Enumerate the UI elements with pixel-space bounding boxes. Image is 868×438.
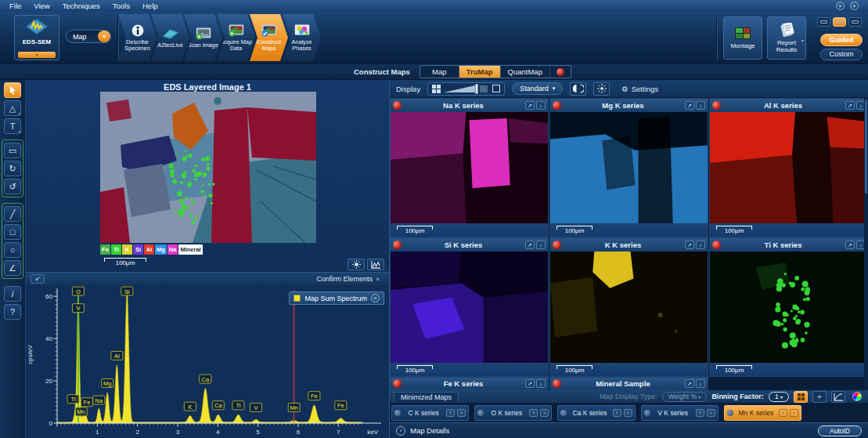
spectrum-export-button[interactable]: ↙ (31, 274, 45, 284)
map-image[interactable] (550, 252, 708, 363)
minimized-map-c-k-series[interactable]: C K series ↑ ▫ (391, 405, 469, 421)
ellipse-measure-tool-button[interactable]: ○ (4, 242, 21, 258)
grid-view-button[interactable] (432, 85, 441, 93)
guided-mode-button[interactable]: Guided (820, 34, 863, 46)
slider-thumb[interactable] (475, 84, 478, 94)
info-button[interactable]: i (4, 286, 21, 302)
step-describe-specimen[interactable]: Describe Specimen (118, 14, 157, 61)
divide-maps-button[interactable]: ÷ (812, 391, 827, 403)
map-image[interactable] (710, 112, 868, 223)
legend-chip-al[interactable]: Al (144, 244, 154, 255)
minimized-map-ca-k-series[interactable]: Ca K series ↑ ▫ (557, 405, 635, 421)
map-image[interactable] (391, 252, 548, 363)
brightness-slider[interactable] (444, 84, 489, 94)
help-button[interactable]: ? (4, 304, 21, 320)
legend-chip-na[interactable]: Na (167, 244, 178, 255)
line-measure-tool-button[interactable]: ╱ (4, 206, 21, 222)
binning-factor-dropdown[interactable]: 1 ▾ (769, 392, 789, 402)
restore-map-button[interactable]: ↑ (696, 409, 704, 417)
minimized-map-mn-k-series[interactable]: Mn K series ↑ ▫ (724, 405, 801, 421)
legend-close-button[interactable]: × (371, 294, 380, 302)
map-options-button[interactable]: ▫ (540, 409, 549, 417)
window-control-button-2[interactable]: • (850, 2, 859, 10)
map-maximize-button[interactable]: ↗ (525, 241, 535, 249)
map-details-label[interactable]: Map Details (410, 426, 449, 435)
restore-map-button[interactable]: ↑ (779, 409, 787, 417)
map-minimize-button[interactable]: ↓ (696, 101, 705, 110)
confirm-elements-link[interactable]: Confirm Elements » (312, 274, 384, 284)
restore-map-button[interactable]: ↑ (446, 409, 455, 417)
display-mode-dropdown[interactable]: Standard ▾ (512, 82, 563, 95)
map-maximize-button[interactable]: ↗ (685, 241, 694, 249)
window-control-button-1[interactable]: • (836, 2, 845, 10)
map-minimize-button[interactable]: ↓ (536, 101, 546, 110)
restore-map-button[interactable]: ↑ (529, 409, 538, 417)
legend-chip-ti[interactable]: Ti (111, 244, 121, 255)
sum-spectrum-button[interactable] (794, 391, 808, 403)
map-maximize-button[interactable]: ↗ (525, 379, 535, 388)
montage-button[interactable]: Montage (723, 16, 762, 60)
map-options-button[interactable]: ▫ (624, 409, 632, 417)
step-analyze-phases[interactable]: Analyze Phases (283, 14, 321, 61)
menu-help[interactable]: Help (136, 2, 164, 10)
step-acquire-map-data[interactable]: Acquire Map Data (217, 14, 255, 61)
map-image[interactable] (550, 112, 708, 223)
brightness-contrast-button[interactable] (348, 259, 365, 270)
show-spectrum-button[interactable] (367, 259, 384, 270)
legend-chip-mg[interactable]: Mg (155, 244, 167, 255)
scrollbar-thumb[interactable] (865, 100, 867, 194)
map-display-type-dropdown[interactable]: Weight % ▾ (662, 392, 708, 402)
square-icon[interactable] (492, 85, 500, 92)
tab-map[interactable]: Map (420, 66, 459, 78)
color-wheel-button[interactable] (850, 391, 864, 403)
map-minimize-button[interactable]: ↓ (536, 379, 546, 388)
minimized-map-v-k-series[interactable]: V K series ↑ ▫ (641, 405, 719, 421)
map-minimize-button[interactable]: ↓ (536, 241, 546, 249)
angle-measure-tool-button[interactable]: ∠ (4, 260, 21, 276)
map-options-button[interactable]: ▫ (790, 409, 798, 417)
rect-measure-tool-button[interactable]: □ (4, 224, 21, 240)
tab-trumap[interactable]: TruMap (459, 66, 501, 78)
text-annotation-tool-button[interactable]: T ▾ (4, 118, 21, 134)
map-minimize-button[interactable]: ↓ (696, 241, 705, 249)
rotate-cw-tool-button[interactable]: ↻ (4, 161, 21, 176)
rotate-ccw-tool-button[interactable]: ↺ (4, 179, 21, 194)
technique-dropdown[interactable]: Map ▾ (66, 30, 111, 43)
layout-large-button[interactable] (848, 17, 862, 27)
auto-brightness-button[interactable] (593, 82, 610, 96)
step-scan-image[interactable]: Scan Image (184, 14, 222, 61)
menu-file[interactable]: File (3, 2, 27, 10)
map-image[interactable] (710, 252, 868, 363)
map-maximize-button[interactable]: ↗ (845, 101, 855, 110)
map-options-button[interactable]: ▫ (457, 409, 466, 417)
layout-small-button[interactable] (817, 17, 830, 27)
field-of-view-tool-button[interactable]: ▭ (4, 143, 21, 158)
map-maximize-button[interactable]: ↗ (525, 101, 535, 110)
show-ratio-curve-button[interactable] (831, 391, 845, 403)
legend-chip-mineral[interactable]: Mineral (178, 244, 202, 255)
expand-details-icon[interactable]: › (396, 426, 405, 436)
eds-layered-image[interactable] (100, 92, 316, 243)
maps-scrollbar[interactable] (864, 98, 868, 390)
step-azteclive[interactable]: AZtecLive (151, 14, 189, 61)
minimized-map-o-k-series[interactable]: O K series ↑ ▫ (474, 405, 552, 421)
marker-tool-button[interactable]: △ ▾ (4, 100, 21, 116)
spectrum-chart[interactable]: 1234567keV0204060TiOVMnFeNaMgAlSiKCaCaTi… (26, 285, 384, 437)
report-results-button[interactable]: Report Results ▾ (767, 16, 806, 60)
map-maximize-button[interactable]: ↗ (845, 241, 855, 249)
settings-button[interactable]: ⚙ Settings (617, 84, 663, 94)
custom-mode-button[interactable]: Custom (820, 49, 863, 60)
step-construct-maps[interactable]: Construct Maps (250, 14, 288, 61)
menu-tools[interactable]: Tools (106, 2, 136, 10)
app-tile[interactable]: EDS-SEM ▾ (14, 15, 59, 60)
map-maximize-button[interactable]: ↗ (685, 379, 694, 388)
report-results-dropdown-icon[interactable]: ▾ (801, 38, 804, 43)
legend-chip-si[interactable]: Si (133, 244, 143, 255)
map-options-button[interactable]: ▫ (707, 409, 715, 417)
map-maximize-button[interactable]: ↗ (685, 101, 694, 110)
element-overlay-button[interactable] (550, 66, 571, 78)
autoid-button[interactable]: AutoID (818, 425, 862, 436)
spectrum-legend[interactable]: Map Sum Spectrum × (289, 291, 384, 305)
invert-contrast-button[interactable] (570, 82, 586, 96)
tab-quantmap[interactable]: QuantMap (501, 66, 550, 78)
